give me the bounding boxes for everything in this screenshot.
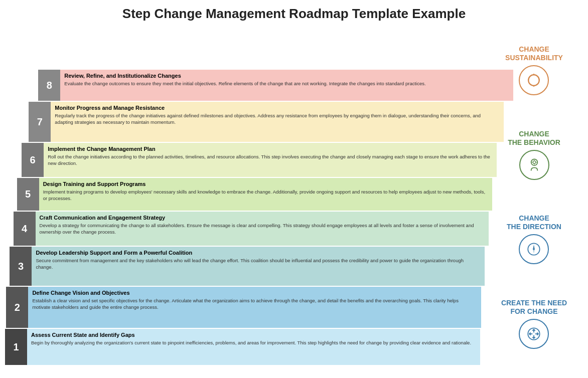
step-number-1: 1 <box>5 329 27 365</box>
direction-label: CHANGETHE DIRECTION <box>507 214 561 231</box>
step-desc-7: Regularly track the progress of the chan… <box>55 113 499 126</box>
step-desc-5: Implement training programs to develop e… <box>43 189 487 202</box>
sustainability-icon <box>519 65 549 95</box>
step-number-4: 4 <box>14 212 36 246</box>
svg-point-1 <box>533 160 535 163</box>
page-title: Step Change Management Roadmap Template … <box>0 0 588 26</box>
step-content-5: Design Training and Support ProgramsImpl… <box>39 178 492 211</box>
step-row-3: 3Develop Leadership Support and Form a P… <box>10 247 485 286</box>
need-label: CREATE THE NEEDFOR CHANGE <box>501 299 567 316</box>
step-title-6: Implement the Change Management Plan <box>48 145 492 153</box>
step-number-6: 6 <box>22 143 44 177</box>
step-row-8: 8Review, Refine, and Institutionalize Ch… <box>38 70 513 101</box>
change-behavior: CHANGETHE BEHAVIOR <box>508 130 560 180</box>
step-content-1: Assess Current State and Identify GapsBe… <box>27 329 480 365</box>
step-title-1: Assess Current State and Identify Gaps <box>31 331 475 339</box>
direction-icon <box>519 234 549 264</box>
step-title-2: Define Change Vision and Objectives <box>32 289 476 297</box>
step-row-5: 5Design Training and Support ProgramsImp… <box>17 178 492 211</box>
step-row-7: 7Monitor Progress and Manage ResistanceR… <box>29 102 504 142</box>
need-icon <box>519 319 549 349</box>
step-desc-1: Begin by thoroughly analyzing the organi… <box>31 340 475 346</box>
change-sustainability: CHANGESUSTAINABILITY <box>505 45 563 95</box>
step-number-7: 7 <box>29 102 51 142</box>
step-content-2: Define Change Vision and ObjectivesEstab… <box>28 287 481 328</box>
step-number-2: 2 <box>6 287 28 328</box>
create-need-change: CREATE THE NEEDFOR CHANGE <box>501 299 567 349</box>
step-content-3: Develop Leadership Support and Form a Po… <box>32 247 485 286</box>
step-desc-2: Establish a clear vision and set specifi… <box>32 298 476 311</box>
change-direction: CHANGETHE DIRECTION <box>507 214 561 264</box>
step-number-5: 5 <box>17 178 39 211</box>
step-row-4: 4Craft Communication and Engagement Stra… <box>14 212 489 246</box>
step-title-7: Monitor Progress and Manage Resistance <box>55 104 499 112</box>
step-desc-6: Roll out the change initiatives accordin… <box>48 154 492 167</box>
step-title-5: Design Training and Support Programs <box>43 180 487 188</box>
step-row-6: 6Implement the Change Management PlanRol… <box>22 143 497 177</box>
step-content-4: Craft Communication and Engagement Strat… <box>36 212 489 246</box>
step-desc-8: Evaluate the change outcomes to ensure t… <box>64 81 508 87</box>
behavior-label: CHANGETHE BEHAVIOR <box>508 130 560 147</box>
step-content-8: Review, Refine, and Institutionalize Cha… <box>60 70 513 101</box>
step-desc-4: Develop a strategy for communicating the… <box>40 223 484 236</box>
sustainability-label: CHANGESUSTAINABILITY <box>505 45 563 62</box>
step-row-2: 2Define Change Vision and ObjectivesEsta… <box>6 287 481 328</box>
svg-point-9 <box>533 248 535 250</box>
step-number-8: 8 <box>38 70 60 101</box>
step-desc-3: Secure commitment from management and th… <box>36 258 480 271</box>
step-title-4: Craft Communication and Engagement Strat… <box>40 214 484 222</box>
step-title-3: Develop Leadership Support and Form a Po… <box>36 249 480 257</box>
step-title-8: Review, Refine, and Institutionalize Cha… <box>64 72 508 80</box>
step-content-7: Monitor Progress and Manage ResistanceRe… <box>51 102 504 142</box>
step-row-1: 1Assess Current State and Identify GapsB… <box>5 329 480 365</box>
pyramid-section: 8Review, Refine, and Institutionalize Ch… <box>5 26 480 368</box>
step-content-6: Implement the Change Management PlanRoll… <box>44 143 497 177</box>
step-number-3: 3 <box>10 247 32 286</box>
behavior-icon <box>519 150 549 180</box>
